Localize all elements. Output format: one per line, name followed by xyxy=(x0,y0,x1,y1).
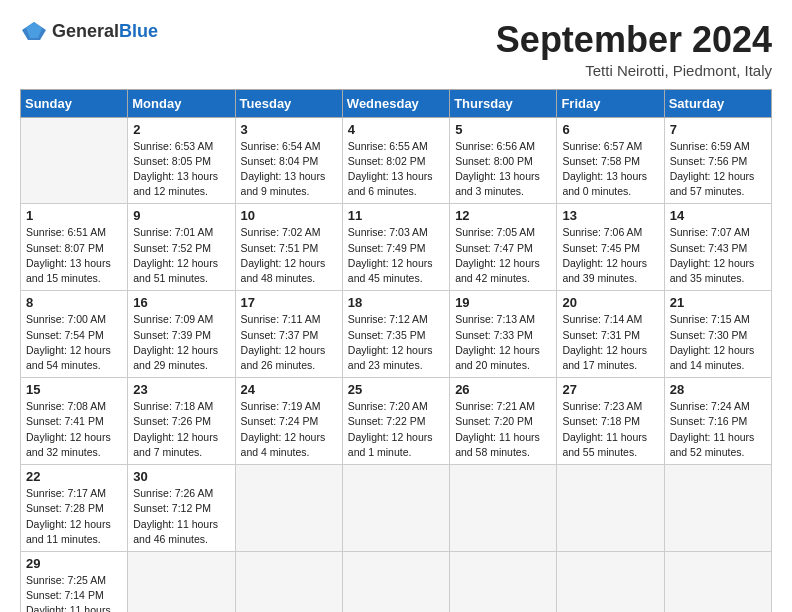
daylight: Daylight: 12 hours and 35 minutes. xyxy=(670,257,755,284)
day-info: Sunrise: 7:19 AMSunset: 7:24 PMDaylight:… xyxy=(241,399,337,460)
day-info: Sunrise: 7:14 AMSunset: 7:31 PMDaylight:… xyxy=(562,312,658,373)
day-info: Sunrise: 6:56 AMSunset: 8:00 PMDaylight:… xyxy=(455,139,551,200)
sunset: Sunset: 7:43 PM xyxy=(670,242,748,254)
sunset: Sunset: 7:28 PM xyxy=(26,502,104,514)
sunset: Sunset: 7:41 PM xyxy=(26,415,104,427)
day-number: 6 xyxy=(562,122,658,137)
calendar-cell xyxy=(342,465,449,552)
calendar-row: 29Sunrise: 7:25 AMSunset: 7:14 PMDayligh… xyxy=(21,551,772,612)
calendar-cell xyxy=(664,551,771,612)
weekday-header-monday: Monday xyxy=(128,89,235,117)
calendar-cell: 20Sunrise: 7:14 AMSunset: 7:31 PMDayligh… xyxy=(557,291,664,378)
day-number: 18 xyxy=(348,295,444,310)
calendar-cell: 19Sunrise: 7:13 AMSunset: 7:33 PMDayligh… xyxy=(450,291,557,378)
day-info: Sunrise: 7:26 AMSunset: 7:12 PMDaylight:… xyxy=(133,486,229,547)
sunrise: Sunrise: 7:07 AM xyxy=(670,226,750,238)
calendar-cell: 16Sunrise: 7:09 AMSunset: 7:39 PMDayligh… xyxy=(128,291,235,378)
sunrise: Sunrise: 7:20 AM xyxy=(348,400,428,412)
calendar-cell: 10Sunrise: 7:02 AMSunset: 7:51 PMDayligh… xyxy=(235,204,342,291)
day-info: Sunrise: 6:53 AMSunset: 8:05 PMDaylight:… xyxy=(133,139,229,200)
sunset: Sunset: 7:22 PM xyxy=(348,415,426,427)
day-info: Sunrise: 7:00 AMSunset: 7:54 PMDaylight:… xyxy=(26,312,122,373)
sunrise: Sunrise: 7:08 AM xyxy=(26,400,106,412)
day-info: Sunrise: 7:17 AMSunset: 7:28 PMDaylight:… xyxy=(26,486,122,547)
day-info: Sunrise: 6:51 AMSunset: 8:07 PMDaylight:… xyxy=(26,225,122,286)
calendar-cell: 29Sunrise: 7:25 AMSunset: 7:14 PMDayligh… xyxy=(21,551,128,612)
sunset: Sunset: 7:56 PM xyxy=(670,155,748,167)
daylight: Daylight: 12 hours and 42 minutes. xyxy=(455,257,540,284)
day-number: 25 xyxy=(348,382,444,397)
sunrise: Sunrise: 7:26 AM xyxy=(133,487,213,499)
sunrise: Sunrise: 6:56 AM xyxy=(455,140,535,152)
sunset: Sunset: 7:14 PM xyxy=(26,589,104,601)
sunrise: Sunrise: 6:51 AM xyxy=(26,226,106,238)
day-info: Sunrise: 7:15 AMSunset: 7:30 PMDaylight:… xyxy=(670,312,766,373)
daylight: Daylight: 12 hours and 51 minutes. xyxy=(133,257,218,284)
day-info: Sunrise: 6:57 AMSunset: 7:58 PMDaylight:… xyxy=(562,139,658,200)
day-number: 16 xyxy=(133,295,229,310)
calendar-cell xyxy=(664,465,771,552)
calendar-cell xyxy=(128,551,235,612)
sunrise: Sunrise: 7:03 AM xyxy=(348,226,428,238)
sunrise: Sunrise: 7:24 AM xyxy=(670,400,750,412)
sunrise: Sunrise: 7:05 AM xyxy=(455,226,535,238)
weekday-header-thursday: Thursday xyxy=(450,89,557,117)
calendar-cell: 9Sunrise: 7:01 AMSunset: 7:52 PMDaylight… xyxy=(128,204,235,291)
weekday-header-saturday: Saturday xyxy=(664,89,771,117)
daylight: Daylight: 12 hours and 29 minutes. xyxy=(133,344,218,371)
sunrise: Sunrise: 6:54 AM xyxy=(241,140,321,152)
daylight: Daylight: 12 hours and 48 minutes. xyxy=(241,257,326,284)
daylight: Daylight: 12 hours and 45 minutes. xyxy=(348,257,433,284)
logo-blue: Blue xyxy=(119,21,158,41)
daylight: Daylight: 12 hours and 23 minutes. xyxy=(348,344,433,371)
day-number: 7 xyxy=(670,122,766,137)
day-info: Sunrise: 7:18 AMSunset: 7:26 PMDaylight:… xyxy=(133,399,229,460)
calendar-row: 15Sunrise: 7:08 AMSunset: 7:41 PMDayligh… xyxy=(21,378,772,465)
daylight: Daylight: 12 hours and 39 minutes. xyxy=(562,257,647,284)
day-number: 22 xyxy=(26,469,122,484)
sunset: Sunset: 7:30 PM xyxy=(670,329,748,341)
day-number: 3 xyxy=(241,122,337,137)
calendar-cell: 28Sunrise: 7:24 AMSunset: 7:16 PMDayligh… xyxy=(664,378,771,465)
calendar-row: 8Sunrise: 7:00 AMSunset: 7:54 PMDaylight… xyxy=(21,291,772,378)
sunrise: Sunrise: 6:55 AM xyxy=(348,140,428,152)
daylight: Daylight: 12 hours and 26 minutes. xyxy=(241,344,326,371)
sunset: Sunset: 7:52 PM xyxy=(133,242,211,254)
sunset: Sunset: 7:26 PM xyxy=(133,415,211,427)
daylight: Daylight: 12 hours and 57 minutes. xyxy=(670,170,755,197)
calendar-cell: 27Sunrise: 7:23 AMSunset: 7:18 PMDayligh… xyxy=(557,378,664,465)
sunrise: Sunrise: 7:01 AM xyxy=(133,226,213,238)
day-info: Sunrise: 7:25 AMSunset: 7:14 PMDaylight:… xyxy=(26,573,122,612)
calendar-cell: 25Sunrise: 7:20 AMSunset: 7:22 PMDayligh… xyxy=(342,378,449,465)
sunrise: Sunrise: 7:14 AM xyxy=(562,313,642,325)
sunset: Sunset: 7:45 PM xyxy=(562,242,640,254)
day-number: 24 xyxy=(241,382,337,397)
sunrise: Sunrise: 7:17 AM xyxy=(26,487,106,499)
calendar-cell: 18Sunrise: 7:12 AMSunset: 7:35 PMDayligh… xyxy=(342,291,449,378)
daylight: Daylight: 13 hours and 6 minutes. xyxy=(348,170,433,197)
day-number: 15 xyxy=(26,382,122,397)
location: Tetti Neirotti, Piedmont, Italy xyxy=(496,62,772,79)
sunset: Sunset: 8:02 PM xyxy=(348,155,426,167)
day-info: Sunrise: 7:01 AMSunset: 7:52 PMDaylight:… xyxy=(133,225,229,286)
sunset: Sunset: 8:07 PM xyxy=(26,242,104,254)
calendar-cell: 6Sunrise: 6:57 AMSunset: 7:58 PMDaylight… xyxy=(557,117,664,204)
sunrise: Sunrise: 7:18 AM xyxy=(133,400,213,412)
day-info: Sunrise: 7:06 AMSunset: 7:45 PMDaylight:… xyxy=(562,225,658,286)
sunset: Sunset: 7:35 PM xyxy=(348,329,426,341)
sunset: Sunset: 7:24 PM xyxy=(241,415,319,427)
weekday-header-wednesday: Wednesday xyxy=(342,89,449,117)
sunrise: Sunrise: 7:06 AM xyxy=(562,226,642,238)
calendar-cell: 14Sunrise: 7:07 AMSunset: 7:43 PMDayligh… xyxy=(664,204,771,291)
logo-general: General xyxy=(52,21,119,41)
calendar-cell: 11Sunrise: 7:03 AMSunset: 7:49 PMDayligh… xyxy=(342,204,449,291)
day-number: 10 xyxy=(241,208,337,223)
sunrise: Sunrise: 7:15 AM xyxy=(670,313,750,325)
calendar-cell: 23Sunrise: 7:18 AMSunset: 7:26 PMDayligh… xyxy=(128,378,235,465)
daylight: Daylight: 12 hours and 32 minutes. xyxy=(26,431,111,458)
calendar-cell xyxy=(235,465,342,552)
day-info: Sunrise: 7:02 AMSunset: 7:51 PMDaylight:… xyxy=(241,225,337,286)
calendar-cell: 12Sunrise: 7:05 AMSunset: 7:47 PMDayligh… xyxy=(450,204,557,291)
calendar-cell: 4Sunrise: 6:55 AMSunset: 8:02 PMDaylight… xyxy=(342,117,449,204)
day-number: 14 xyxy=(670,208,766,223)
